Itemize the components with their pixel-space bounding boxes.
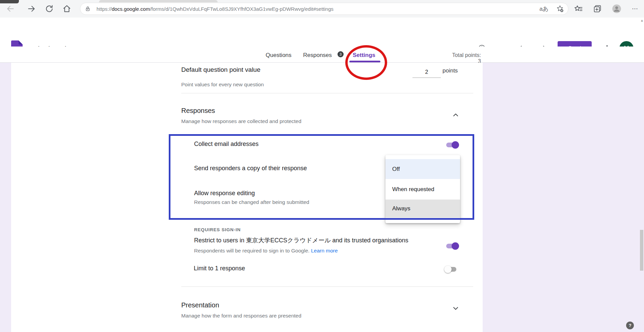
browser-profile-icon[interactable] (612, 4, 621, 13)
dropdown-option-always[interactable]: Always (385, 200, 460, 218)
tab-questions[interactable]: Questions (266, 52, 292, 59)
restrict-users-subtitle: Respondents will be required to sign in … (194, 248, 338, 254)
browser-menu-icon[interactable]: ⋯ (630, 4, 640, 13)
favorites-icon[interactable] (574, 4, 583, 13)
forms-header: Blank Quiz All changes saved in Drive Se… (0, 18, 644, 47)
scrollbar-up-arrow[interactable]: ▲ (640, 19, 644, 22)
default-points-title: Default question point value (181, 66, 261, 73)
back-icon[interactable] (6, 4, 15, 13)
restrict-subtitle-text: Respondents will be required to sign in … (194, 248, 310, 253)
tab-responses[interactable]: Responses (303, 52, 332, 59)
tab-settings[interactable]: Settings (353, 52, 375, 59)
default-points-subtitle: Point values for every new question (181, 82, 264, 88)
collect-email-label: Collect email addresses (194, 141, 259, 148)
allow-editing-subtitle: Responses can be changed after being sub… (194, 199, 309, 205)
responses-section-subtitle: Manage how responses are collected and p… (181, 118, 301, 124)
url-host: docs.google.com (112, 6, 150, 12)
browser-toolbar: https://docs.google.com/forms/d/1QwhDxVd… (0, 0, 644, 18)
home-icon[interactable] (62, 4, 71, 13)
collections-icon[interactable] (593, 4, 602, 13)
address-bar[interactable]: https://docs.google.com/forms/d/1QwhDxVd… (80, 3, 568, 15)
allow-editing-label: Allow response editing (194, 190, 255, 197)
browser-tab-corner (0, 0, 19, 3)
refresh-icon[interactable] (45, 4, 54, 13)
browser-tab-top (99, 0, 218, 2)
url-text: https://docs.google.com/forms/d/1QwhDxVd… (97, 6, 333, 12)
responses-section-title: Responses (181, 107, 215, 115)
presentation-section-title: Presentation (181, 301, 219, 309)
forward-icon[interactable] (27, 4, 36, 13)
url-scheme: https:// (97, 6, 112, 12)
section-divider (181, 93, 473, 93)
help-button[interactable]: ? (626, 322, 634, 329)
send-copy-dropdown-menu: Off When requested Always (385, 155, 460, 223)
default-points-input[interactable] (412, 67, 441, 78)
dropdown-option-when-requested[interactable]: When requested (385, 179, 460, 200)
expand-chevron-down-icon[interactable] (452, 304, 460, 312)
collapse-chevron-up-icon[interactable] (452, 111, 460, 119)
limit-one-response-label: Limit to 1 response (194, 265, 245, 272)
presentation-section-subtitle: Manage how the form and responses are pr… (181, 313, 301, 319)
collect-email-toggle[interactable] (446, 141, 460, 149)
responses-count-badge: 3 (338, 51, 344, 57)
restrict-users-toggle[interactable] (446, 242, 460, 250)
scrollbar-thumb[interactable] (640, 230, 643, 271)
screen: https://docs.google.com/forms/d/1QwhDxVd… (0, 0, 644, 332)
restrict-users-label: Restrict to users in 東京大学ECCSクラウドメール and… (194, 236, 408, 244)
points-unit-label: points (442, 67, 458, 74)
dropdown-option-off[interactable]: Off (385, 159, 460, 179)
requires-signin-heading: REQUIRES SIGN-IN (194, 227, 241, 232)
translate-icon[interactable]: aあ (539, 5, 548, 13)
lock-icon (84, 5, 91, 12)
section-divider (181, 286, 473, 287)
url-path: /forms/d/1QwhDxVduLFqFTwLo8SJ9XYfhfOX3aG… (150, 6, 333, 12)
learn-more-link[interactable]: Learn more (311, 248, 338, 253)
settings-tab-underline (349, 61, 380, 62)
add-favorite-icon[interactable] (556, 5, 564, 13)
limit-one-response-toggle[interactable] (444, 265, 458, 273)
send-copy-label: Send responders a copy of their response (194, 165, 307, 172)
